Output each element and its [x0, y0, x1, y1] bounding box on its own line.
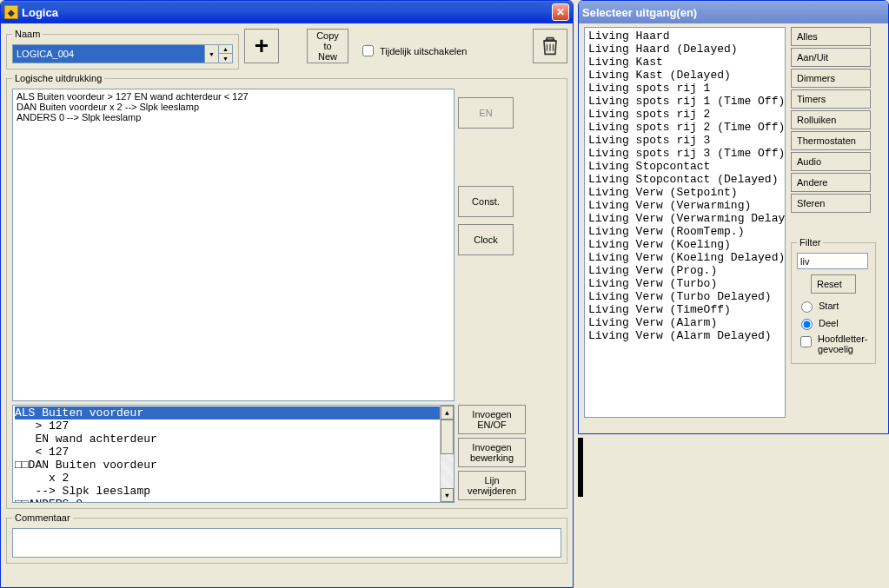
- category-button[interactable]: Andere: [791, 173, 871, 192]
- trash-icon: [538, 34, 562, 58]
- scroll-thumb[interactable]: [441, 420, 454, 454]
- titlebar-logica[interactable]: ◆ Logica ✕: [1, 1, 573, 23]
- list-item[interactable]: Living spots rij 2: [588, 108, 781, 121]
- list-item[interactable]: Living Verw (Setpoint): [588, 186, 781, 199]
- category-button[interactable]: Aan/Uit: [791, 48, 871, 67]
- category-button[interactable]: Sferen: [791, 194, 871, 213]
- list-item[interactable]: Living Verw (Verwarming): [588, 199, 781, 212]
- invoegen-bewerking-button[interactable]: Invoegen bewerking: [458, 438, 526, 467]
- commentaar-legend: Commentaar: [12, 512, 73, 523]
- filter-legend: Filter: [797, 237, 823, 248]
- case-sensitive-checkbox[interactable]: [800, 336, 812, 347]
- list-item[interactable]: Living Haard: [588, 30, 781, 43]
- list-item[interactable]: Living spots rij 3: [588, 134, 781, 147]
- en-button[interactable]: EN: [458, 97, 514, 129]
- start-radio[interactable]: [801, 301, 813, 313]
- outputs-listbox[interactable]: Living HaardLiving Haard (Delayed)Living…: [584, 27, 786, 418]
- list-item[interactable]: Living Verw (Verwarming Delayed): [588, 212, 781, 225]
- start-label: Start: [819, 301, 839, 311]
- list-item[interactable]: □□DAN Buiten voordeur: [15, 459, 452, 472]
- category-button[interactable]: Thermostaten: [791, 131, 871, 150]
- clock-button[interactable]: Clock: [458, 224, 514, 255]
- invoegen-enof-button[interactable]: Invoegen EN/OF: [458, 405, 526, 434]
- list-item[interactable]: EN wand achterdeur: [15, 433, 452, 446]
- close-icon[interactable]: ✕: [552, 3, 569, 21]
- chevron-down-icon[interactable]: ▼: [219, 54, 232, 63]
- list-item[interactable]: Living spots rij 3 (Time Off): [588, 147, 781, 160]
- category-button[interactable]: Dimmers: [791, 69, 871, 88]
- category-button[interactable]: Timers: [791, 89, 871, 109]
- app-icon: ◆: [4, 5, 18, 19]
- window-title: Selecteer uitgang(en): [582, 6, 885, 19]
- naam-legend: Naam: [12, 29, 43, 39]
- expression-fieldset: Logische uitdrukking ALS Buiten voordeur…: [6, 73, 567, 509]
- list-item[interactable]: Living Verw (Koeling Delayed): [588, 251, 781, 264]
- commentaar-fieldset: Commentaar: [6, 512, 567, 564]
- filter-fieldset: Filter Reset Start Deel Hoofdletter-gevo…: [791, 237, 876, 364]
- decorative-bar: [578, 438, 583, 497]
- list-item[interactable]: Living Verw (Prog.): [588, 264, 781, 277]
- list-item[interactable]: ALS Buiten voordeur: [15, 406, 452, 420]
- list-item[interactable]: --> Slpk leeslamp: [15, 485, 452, 498]
- list-item[interactable]: Living Verw (RoomTemp.): [588, 225, 781, 238]
- delete-button[interactable]: [533, 29, 567, 63]
- category-button[interactable]: Audio: [791, 152, 871, 171]
- chevron-up-icon[interactable]: ▲: [219, 45, 232, 54]
- expression-legend: Logische uitdrukking: [12, 73, 104, 83]
- list-item[interactable]: Living spots rij 2 (Time Off): [588, 121, 781, 134]
- disable-label: Tijdelijk uitschakelen: [380, 46, 467, 56]
- naam-combo[interactable]: ▼ ▲ ▼: [12, 44, 233, 63]
- list-item[interactable]: Living Verw (TimeOff): [588, 303, 781, 316]
- window-title: Logica: [22, 6, 552, 19]
- list-item[interactable]: □□ANDERS 0: [15, 498, 452, 503]
- list-item[interactable]: Living Stopcontact: [588, 160, 781, 173]
- scroll-up-icon[interactable]: ▲: [441, 406, 454, 420]
- lijn-verwijderen-button[interactable]: Lijn verwijderen: [458, 471, 526, 500]
- naam-fieldset: Naam ▼ ▲ ▼: [6, 29, 239, 69]
- list-item[interactable]: Living Verw (Koeling): [588, 238, 781, 251]
- list-item[interactable]: Living Verw (Alarm Delayed): [588, 329, 781, 342]
- naam-input[interactable]: [13, 45, 204, 63]
- list-item[interactable]: Living Kast: [588, 56, 781, 69]
- reset-button[interactable]: Reset: [811, 274, 856, 294]
- titlebar-select[interactable]: Selecteer uitgang(en): [579, 1, 888, 23]
- filter-input[interactable]: [797, 253, 868, 269]
- list-item[interactable]: > 127: [15, 420, 452, 433]
- list-item[interactable]: Living spots rij 1 (Time Off): [588, 95, 781, 108]
- list-item[interactable]: x 2: [15, 472, 452, 485]
- list-item[interactable]: Living Verw (Turbo): [588, 277, 781, 290]
- const-button[interactable]: Const.: [458, 186, 514, 217]
- list-item[interactable]: Living Stopcontact (Delayed): [588, 173, 781, 186]
- copy-to-new-button[interactable]: Copy to New: [307, 29, 348, 63]
- list-item[interactable]: Living Verw (Alarm): [588, 316, 781, 329]
- list-item[interactable]: Living Verw (Turbo Delayed): [588, 290, 781, 303]
- deel-label: Deel: [819, 318, 839, 328]
- chevron-down-icon[interactable]: ▼: [204, 45, 218, 63]
- select-outputs-window: Selecteer uitgang(en) Living HaardLiving…: [578, 0, 889, 434]
- disable-checkbox[interactable]: [362, 45, 374, 56]
- naam-spinner[interactable]: ▲ ▼: [218, 45, 232, 63]
- add-button[interactable]: +: [244, 29, 279, 63]
- scroll-down-icon[interactable]: ▼: [441, 488, 454, 502]
- category-button[interactable]: Rolluiken: [791, 110, 871, 129]
- category-button[interactable]: Alles: [791, 27, 871, 46]
- scrollbar[interactable]: ▲ ▼: [440, 406, 454, 502]
- expression-textarea[interactable]: ALS Buiten voordeur > 127 EN wand achter…: [12, 89, 454, 401]
- deel-radio[interactable]: [801, 319, 813, 330]
- case-sensitive-label: Hoofdletter-gevoelig: [818, 334, 870, 354]
- list-item[interactable]: Living Haard (Delayed): [588, 43, 781, 56]
- list-item[interactable]: < 127: [15, 446, 452, 459]
- list-item[interactable]: Living spots rij 1: [588, 82, 781, 95]
- parsed-listbox[interactable]: ALS Buiten voordeur > 127 EN wand achter…: [12, 405, 454, 503]
- list-item[interactable]: Living Kast (Delayed): [588, 69, 781, 82]
- logica-window: ◆ Logica ✕ Naam ▼ ▲ ▼ + Copy to New: [0, 0, 574, 588]
- commentaar-textarea[interactable]: [12, 528, 561, 558]
